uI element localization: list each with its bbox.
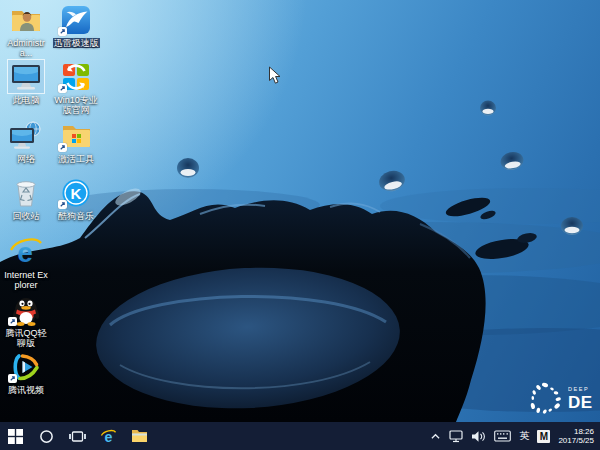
shortcut-arrow-badge (8, 317, 17, 326)
desktop-icon-xunlei[interactable]: 迅雷极速版 (52, 3, 100, 48)
icon-label: 网络 (2, 154, 50, 164)
shortcut-arrow-badge (58, 84, 67, 93)
taskbar-file-explorer[interactable] (124, 422, 155, 450)
cortana-circle-icon (39, 429, 54, 444)
touch-keyboard-icon[interactable] (490, 422, 515, 450)
mouse-cursor (268, 66, 281, 85)
system-tray: 英 M 18:26 2017/5/25 (426, 422, 600, 450)
icon-label: 此电脑 (2, 95, 50, 105)
volume-tray-icon[interactable] (468, 422, 490, 450)
icon-label: 迅雷极速版 (52, 38, 100, 48)
desktop-icon-recycle-bin[interactable]: 回收站 (2, 176, 50, 221)
speaker-icon (472, 430, 486, 443)
ethernet-network-icon (449, 430, 464, 443)
language-indicator[interactable]: 英 (515, 422, 533, 450)
ie-taskbar-icon: e (100, 428, 117, 445)
desktop-icon-this-pc[interactable]: 此电脑 (2, 60, 50, 105)
shortcut-arrow-badge (58, 27, 67, 36)
computer-icon (9, 61, 43, 93)
network-tray-icon[interactable] (445, 422, 468, 450)
recycle-bin-icon (9, 177, 43, 209)
clock-date: 2017/5/25 (558, 436, 594, 446)
icon-label: Administra... (2, 38, 50, 58)
keyboard-icon (494, 430, 511, 442)
taskbar-clock[interactable]: 18:26 2017/5/25 (554, 427, 600, 446)
icon-label: 腾讯视频 (2, 385, 50, 395)
ime-mode-icon[interactable]: M (533, 422, 554, 450)
network-icon (9, 120, 43, 152)
deepin-brand-large: DE (568, 394, 593, 411)
desktop-icon-qq-light[interactable]: 腾讯QQ轻聊版 (2, 293, 50, 348)
folder-icon (131, 429, 148, 443)
shortcut-arrow-badge (8, 374, 17, 383)
desktop-icon-win10-pro-site[interactable]: Win10专业版官网 (52, 60, 100, 115)
icon-label: Win10专业版官网 (52, 95, 100, 115)
deepin-logo: DEEP DE (524, 377, 600, 421)
icon-label: 激活工具 (52, 154, 100, 164)
deepin-swirl-icon (524, 378, 566, 420)
kugou-k-glyph: K (71, 184, 82, 201)
desktop-icon-internet-explorer[interactable]: e Internet Explorer (2, 235, 50, 290)
task-view-button[interactable] (62, 422, 93, 450)
shortcut-arrow-badge (58, 143, 67, 152)
icon-label: 腾讯QQ轻聊版 (2, 328, 50, 348)
ie-icon: e (9, 235, 43, 268)
taskbar: e (0, 422, 600, 450)
search-button[interactable] (31, 422, 62, 450)
icon-label: Internet Explorer (2, 270, 50, 290)
desktop-icon-kugou-music[interactable]: K 酷狗音乐 (52, 176, 100, 221)
windows-logo-icon (8, 429, 23, 444)
user-folder-icon (9, 4, 43, 36)
start-button[interactable] (0, 422, 31, 450)
chevron-up-icon (430, 432, 441, 441)
desktop-icon-tencent-video[interactable]: 腾讯视频 (2, 350, 50, 395)
shortcut-arrow-badge (58, 200, 67, 209)
desktop-icon-activation-tools[interactable]: 激活工具 (52, 119, 100, 164)
icon-label: 酷狗音乐 (52, 211, 100, 221)
task-view-icon (69, 429, 86, 444)
icon-label: 回收站 (2, 211, 50, 221)
desktop[interactable]: DEEP DE Administra... 此电脑 (0, 0, 600, 422)
taskbar-internet-explorer[interactable]: e (93, 422, 124, 450)
screen: DEEP DE Administra... 此电脑 (0, 0, 600, 450)
deepin-brand-small: DEEP (568, 387, 593, 393)
clock-time: 18:26 (558, 427, 594, 437)
desktop-icon-administrator-folder[interactable]: Administra... (2, 3, 50, 58)
tray-expand-button[interactable] (426, 422, 445, 450)
desktop-icon-network[interactable]: 网络 (2, 119, 50, 164)
